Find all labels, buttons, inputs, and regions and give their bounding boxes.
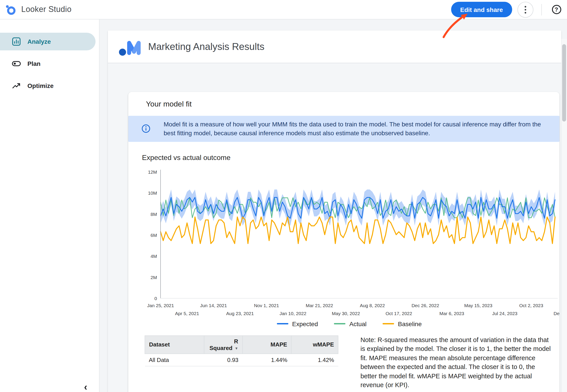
svg-text:Aug 8, 2022: Aug 8, 2022	[360, 303, 385, 308]
legend-item-actual[interactable]: Actual	[334, 320, 367, 327]
report-body: Your model fit Model fit is a measure of…	[108, 63, 561, 392]
looker-studio-logo	[5, 4, 16, 15]
column-header-dataset: Dataset	[145, 336, 204, 353]
svg-text:Nov 1, 2021: Nov 1, 2021	[254, 303, 279, 308]
sidebar-item-analyze[interactable]: Analyze	[0, 33, 96, 50]
top-app-bar: Looker Studio Edit and share ?	[0, 0, 567, 19]
line-chart[interactable]: 02M4M6M8M10M12MJan 25, 2021Apr 5, 2021Ju…	[141, 167, 559, 319]
info-icon-box	[128, 125, 164, 133]
optimize-icon	[12, 81, 21, 90]
svg-text:12M: 12M	[148, 169, 157, 174]
svg-text:May 30, 2022: May 30, 2022	[332, 311, 360, 316]
svg-text:2M: 2M	[151, 275, 157, 280]
cell-r-squared: 0.93	[204, 353, 242, 366]
column-header-mape: MAPE	[242, 336, 291, 353]
sidebar-item-label: Analyze	[28, 38, 51, 45]
svg-text:May 15, 2023: May 15, 2023	[464, 303, 492, 308]
main-content: Marketing Analysis Results Your model fi…	[100, 19, 567, 392]
sidebar: Analyze Plan Optimize ‹	[0, 19, 100, 392]
report-header: Marketing Analysis Results	[108, 30, 561, 63]
help-icon: ?	[552, 5, 561, 14]
column-header-wmape: wMAPE	[291, 336, 338, 353]
legend-item-expected[interactable]: Expected	[277, 320, 318, 327]
model-fit-card: Your model fit Model fit is a measure of…	[128, 92, 559, 392]
card-title: Your model fit	[128, 92, 559, 109]
cell-wmape: 1.42%	[291, 353, 338, 366]
svg-text:Oct 17, 2022: Oct 17, 2022	[385, 311, 412, 316]
sidebar-item-label: Optimize	[28, 82, 54, 89]
info-icon	[142, 125, 150, 133]
chart-legend: Expected Actual Baseline	[141, 320, 558, 327]
fit-metrics-table: Dataset R Squared▼ MAPE	[145, 335, 338, 390]
cell-dataset: All Data	[145, 353, 204, 366]
legend-label: Actual	[349, 320, 367, 327]
svg-text:Jun 14, 2021: Jun 14, 2021	[200, 303, 227, 308]
help-button[interactable]: ?	[550, 3, 563, 16]
chart-title: Expected vs actual outcome	[142, 154, 559, 162]
svg-text:Jan 25, 2021: Jan 25, 2021	[147, 303, 174, 308]
svg-text:Apr 5, 2021: Apr 5, 2021	[175, 311, 199, 316]
chevron-left-icon: ‹	[84, 381, 87, 392]
svg-text:Mar 21, 2022: Mar 21, 2022	[306, 303, 333, 308]
marketing-logo-icon	[118, 37, 142, 56]
svg-text:6M: 6M	[151, 232, 157, 238]
sidebar-item-plan[interactable]: Plan	[0, 55, 96, 72]
plan-icon	[12, 59, 21, 68]
analyze-icon	[12, 37, 21, 46]
cell-mape: 1.44%	[242, 353, 291, 366]
sort-desc-icon: ▼	[235, 346, 238, 350]
scrollbar-thumb[interactable]	[562, 44, 566, 122]
brand: Looker Studio	[5, 4, 72, 15]
sidebar-item-label: Plan	[28, 60, 41, 67]
app-title: Looker Studio	[21, 5, 72, 14]
report-title: Marketing Analysis Results	[148, 41, 264, 52]
baseline-line-swatch	[383, 323, 394, 325]
table-row: All Data 0.93 1.44% 1.42%	[145, 353, 338, 366]
svg-text:Jan 10, 2022: Jan 10, 2022	[279, 311, 306, 316]
scrollbar[interactable]	[561, 39, 567, 392]
collapse-sidebar-button[interactable]: ‹	[82, 380, 89, 392]
legend-label: Baseline	[398, 320, 422, 327]
more-options-button[interactable]	[517, 1, 533, 17]
info-banner-text: Model fit is a measure of how well your …	[164, 120, 552, 138]
svg-text:Oct 2, 2023: Oct 2, 2023	[519, 303, 543, 308]
info-banner: Model fit is a measure of how well your …	[128, 116, 559, 142]
svg-text:0: 0	[154, 296, 157, 301]
sidebar-item-optimize[interactable]: Optimize	[0, 77, 96, 95]
column-header-r-squared[interactable]: R Squared▼	[204, 336, 242, 353]
fit-metrics-row: Dataset R Squared▼ MAPE	[145, 335, 559, 390]
svg-text:Dec: Dec	[553, 311, 559, 316]
more-options-icon	[524, 5, 526, 14]
svg-text:Aug 23, 2021: Aug 23, 2021	[226, 311, 254, 316]
header-divider	[541, 4, 542, 15]
svg-text:10M: 10M	[148, 191, 157, 196]
expected-line-swatch	[277, 323, 288, 325]
svg-text:Mar 6, 2023: Mar 6, 2023	[439, 311, 464, 316]
svg-text:Jul 24, 2023: Jul 24, 2023	[492, 311, 517, 316]
svg-text:Dec 26, 2022: Dec 26, 2022	[411, 303, 439, 308]
header-actions: Edit and share ?	[451, 1, 563, 17]
table-header-row: Dataset R Squared▼ MAPE	[145, 336, 338, 353]
expected-vs-actual-chart[interactable]: 02M4M6M8M10M12MJan 25, 2021Apr 5, 2021Ju…	[141, 167, 559, 319]
edit-and-share-button[interactable]: Edit and share	[451, 2, 512, 17]
svg-text:8M: 8M	[151, 211, 157, 217]
actual-line-swatch	[334, 323, 345, 325]
report-canvas: Marketing Analysis Results Your model fi…	[108, 30, 561, 392]
metrics-note: Note: R-squared measures the amount of v…	[361, 335, 552, 390]
legend-item-baseline[interactable]: Baseline	[383, 320, 422, 327]
legend-label: Expected	[292, 320, 318, 327]
svg-text:4M: 4M	[151, 254, 157, 259]
app-window: Looker Studio Edit and share ?	[0, 0, 567, 392]
